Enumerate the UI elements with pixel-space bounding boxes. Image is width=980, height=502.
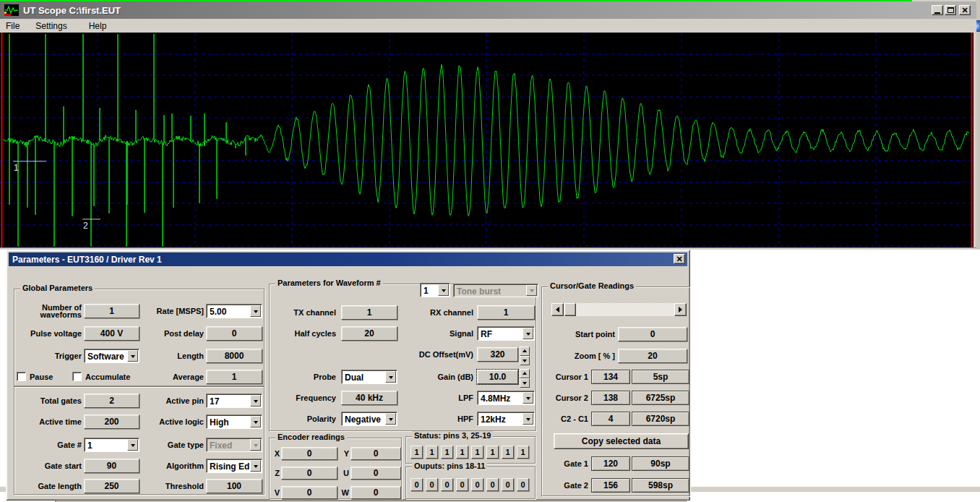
active-logic-dropdown[interactable]: High	[206, 414, 262, 429]
hpf-dropdown[interactable]: 12kHz	[477, 412, 535, 426]
copy-selected-data-button[interactable]: Copy selected data	[554, 433, 689, 449]
arrow-left-icon	[553, 307, 559, 312]
dc-offset-mv-label: DC Offset(mV)	[343, 347, 473, 362]
arrow-up-icon	[523, 347, 527, 352]
axis-y-value: 0	[351, 447, 401, 460]
output-pin-6: 0	[502, 478, 514, 491]
background-window-right-strip	[976, 0, 980, 250]
output-pin-2: 0	[441, 478, 453, 491]
menu-help[interactable]: Help	[83, 20, 113, 32]
close-button[interactable]: ✕	[959, 5, 971, 15]
gain-db-value: 10.0	[477, 370, 518, 384]
parameter-row: Total gates2Active pin17	[14, 393, 264, 408]
chevron-down-icon[interactable]	[438, 284, 449, 296]
active-time-label: Active time	[14, 414, 82, 429]
dialog-body: Global Parameters Number of waveforms1Ra…	[9, 266, 687, 498]
c2-c1-value: 6720sp	[632, 412, 689, 426]
accumulate-checkbox[interactable]	[72, 372, 82, 381]
parameter-row: Frequency40 kHzLPF4.8MHz	[270, 391, 536, 405]
scroll-left-button[interactable]	[551, 303, 564, 316]
rate-msps-dropdown[interactable]: 5.00	[206, 304, 262, 318]
waveform-scrollbar[interactable]	[551, 303, 687, 316]
gain-db-spin-down[interactable]	[520, 378, 530, 388]
signal-dropdown[interactable]: RF	[477, 326, 535, 341]
axis-z-label: Z	[271, 467, 280, 480]
scroll-right-button[interactable]	[674, 303, 687, 316]
parameters-dialog: Parameters - EUT3160 / Driver Rev 1 ✕ Gl…	[6, 250, 690, 501]
chevron-down-icon[interactable]	[523, 392, 533, 404]
waveform-parameters-title: Parameters for Waveform #	[275, 278, 383, 287]
waveform-type-value: Tone burst	[454, 284, 525, 297]
threshold-value: 100	[206, 479, 262, 493]
active-pin-dropdown[interactable]: 17	[206, 393, 262, 408]
dialog-close-button[interactable]: ✕	[674, 254, 685, 264]
chevron-down-icon[interactable]	[523, 413, 533, 425]
parameter-row: Active time200Active logicHigh	[14, 414, 264, 429]
parameter-row: TriggerSoftwareLength8000	[14, 349, 264, 363]
waveform-number-value: 1	[421, 284, 437, 297]
parameter-row: PolarityNegativeHPF12kHz	[270, 412, 536, 426]
post-delay-value: 0	[206, 326, 262, 341]
menu-file[interactable]: File	[0, 20, 25, 32]
gate-1-value: 90sp	[632, 456, 689, 471]
active-logic-label: Active logic	[89, 414, 204, 429]
rate-msps-label: Rate [MSPS]	[89, 304, 204, 318]
output-pin-4: 0	[471, 478, 483, 491]
cursor-2-value: 6725sp	[632, 391, 689, 405]
gate-2-value: 598sp	[632, 478, 689, 493]
c2-c1-label: C2 - C1	[542, 412, 588, 426]
dc-offset-mv-spin-up[interactable]	[520, 346, 530, 356]
start-point-value: 0	[618, 327, 687, 341]
chevron-down-icon[interactable]	[250, 460, 261, 472]
scope-titlebar[interactable]: UT Scope C:\first.EUT ✕	[0, 1, 976, 19]
dc-offset-mv-spin-down[interactable]	[520, 356, 530, 365]
window-title: UT Scope C:\first.EUT	[23, 5, 121, 16]
chevron-down-icon[interactable]	[250, 305, 261, 317]
axis-w-value: 0	[351, 486, 401, 499]
reading-row: C2 - C146720sp	[542, 412, 689, 426]
waveform-type-dropdown: Tone burst	[453, 284, 538, 297]
status-pin-4: 1	[471, 446, 483, 459]
gain-db-spin-up[interactable]	[520, 369, 530, 378]
axis-x-value: 0	[281, 447, 338, 460]
menu-settings[interactable]: Settings	[30, 20, 72, 32]
reading-row: Gate 2156598sp	[542, 478, 689, 493]
maximize-button[interactable]	[945, 5, 956, 15]
algorithm-dropdown[interactable]: Rising Edge	[206, 459, 262, 473]
outputs-pins-group: Ouputs: pins 18-11 00000000	[405, 467, 536, 499]
gate-1-index: 120	[591, 456, 630, 471]
global-parameters-title: Global Parameters	[20, 284, 95, 292]
cursor-1-label: Cursor 1	[542, 370, 588, 384]
app-icon	[4, 4, 19, 16]
waveform-number-dropdown[interactable]: 1	[420, 283, 450, 297]
reading-row: Gate 112090sp	[542, 456, 689, 471]
scrollbar-thumb[interactable]	[564, 303, 576, 316]
c2-c1-index: 4	[591, 412, 630, 426]
active-pin-label: Active pin	[89, 393, 204, 408]
half-cycles-label: Half cycles	[270, 326, 336, 341]
chevron-down-icon[interactable]	[250, 395, 261, 407]
dialog-titlebar[interactable]: Parameters - EUT3160 / Driver Rev 1 ✕	[9, 252, 687, 266]
parameter-row: Number of waveforms1Rate [MSPS]5.00	[14, 304, 264, 318]
gain-db-label: Gain (dB)	[343, 370, 473, 384]
output-pin-7: 0	[517, 478, 529, 491]
status-pin-0: 1	[411, 446, 423, 459]
scope-window: UT Scope C:\first.EUT ✕ File Settings He…	[0, 0, 976, 250]
dialog-title: Parameters - EUT3160 / Driver Rev 1	[12, 255, 162, 265]
pulse-voltage-label: Pulse voltage	[14, 326, 82, 341]
parameter-row: Half cycles20SignalRF	[270, 326, 536, 341]
chevron-down-icon[interactable]	[250, 416, 261, 427]
hpf-label: HPF	[343, 412, 473, 426]
cursor-2-label: 2	[83, 221, 88, 231]
cursor-2-label: Cursor 2	[542, 391, 588, 405]
minimize-button[interactable]	[932, 5, 943, 15]
status-pins-title: Status: pins 3, 25-19	[412, 431, 493, 440]
chevron-down-icon[interactable]	[523, 328, 533, 339]
lpf-dropdown[interactable]: 4.8MHz	[477, 391, 535, 405]
arrow-right-icon	[679, 307, 685, 312]
screen: UT Scope C:\first.EUT ✕ File Settings He…	[0, 0, 980, 502]
waveform-display[interactable]: 12	[0, 33, 973, 247]
probe-label: Probe	[270, 370, 336, 384]
lpf-value: 4.8MHz	[478, 391, 522, 404]
pause-checkbox[interactable]	[17, 372, 26, 381]
